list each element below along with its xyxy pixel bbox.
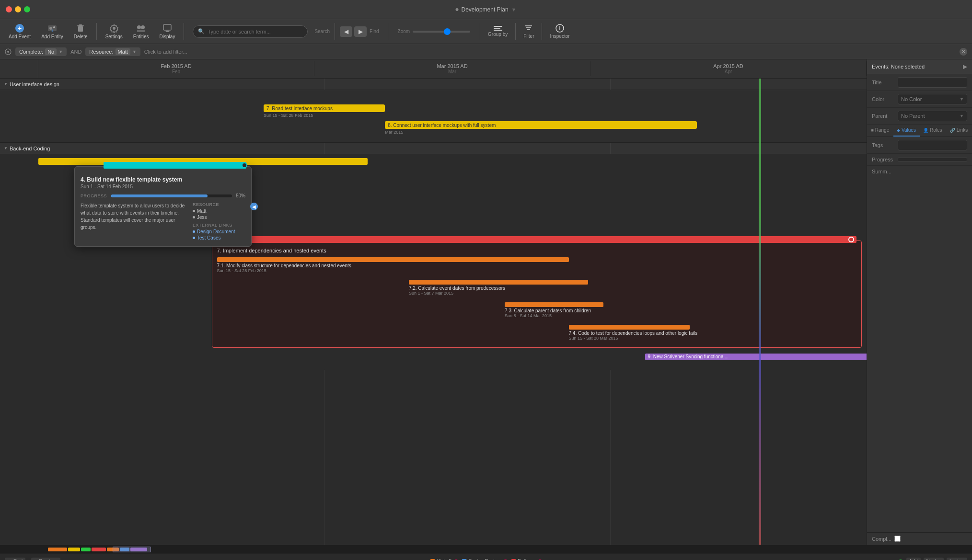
zoom-thumb[interactable] <box>444 28 451 35</box>
search-bar[interactable]: 🔍 <box>193 25 308 38</box>
minimize-button[interactable] <box>15 6 21 12</box>
add-entity-button[interactable]: + Add Entity <box>37 22 67 41</box>
zoom-slider[interactable] <box>413 31 470 33</box>
link-design-doc[interactable]: Design Document <box>193 229 245 234</box>
tab-values[interactable]: ◆ Values <box>893 125 920 137</box>
inspector-parent-label: Parent <box>872 113 895 119</box>
event-4-date: Sun 1 - Sat 14 Feb 2015 <box>81 184 245 189</box>
nav-add-button[interactable]: Add <box>906 558 921 560</box>
sub-event-7-3: 7.3. Calculate parent dates from childre… <box>505 302 856 318</box>
sep-6 <box>515 23 516 40</box>
event-8-bar[interactable]: 8. Connect user interface mockups with f… <box>385 121 697 129</box>
tab-roles[interactable]: 👤 Roles <box>920 125 946 137</box>
group-header-ui[interactable]: ▼ User interface design <box>0 79 867 90</box>
inspector-summary-content[interactable] <box>898 169 967 312</box>
inspector-color-value: No Color <box>901 96 922 102</box>
sep-7 <box>542 23 542 40</box>
accent-bar <box>759 79 761 545</box>
group-name-ui: User interface design <box>10 81 59 87</box>
col-feb: Feb 2015 AD Feb <box>38 61 314 76</box>
maximize-button[interactable] <box>24 6 30 12</box>
entities-button[interactable]: Entities <box>129 22 153 41</box>
complete-filter-chip[interactable]: Complete: No ▼ <box>15 47 67 56</box>
resource-section-label: RESOURCE <box>193 202 245 207</box>
inspector-title-label: Title <box>872 80 895 85</box>
delete-button[interactable]: Delete <box>70 22 92 41</box>
search-icon: 🔍 <box>198 28 205 34</box>
event-4-end-circle <box>242 162 247 168</box>
inspector-color-dropdown[interactable]: No Color ▼ <box>898 94 967 104</box>
inspector-complete-label: Compl... <box>872 536 891 542</box>
event-4-progress-row: PROGRESS 80% <box>81 193 245 198</box>
sub-event-7-2-bar[interactable] <box>409 280 588 285</box>
resource-jess: Jess <box>193 215 245 220</box>
inspector-expand-button[interactable]: ▶ <box>963 63 967 70</box>
nav-next-button[interactable]: Next ▶ <box>924 558 944 560</box>
link-test-cases[interactable]: Test Cases <box>193 235 245 240</box>
add-filter-placeholder[interactable]: Click to add filter... <box>144 49 956 55</box>
inspector-parent-dropdown[interactable]: No Parent ▼ <box>898 111 967 121</box>
tab-range[interactable]: ■ Range <box>867 125 893 137</box>
add-event-button[interactable]: + Add Event <box>5 22 35 41</box>
backend-events: ◀ 4. Build new flexible template system … <box>0 154 867 370</box>
event-4-popup-content: 4. Build new flexible template system Su… <box>81 176 245 240</box>
search-label: Search <box>314 29 330 34</box>
sub-event-7-4: 7.4. Code to test for dependencies loops… <box>569 325 856 341</box>
complete-filter-label: Complete: <box>19 49 43 55</box>
search-input[interactable] <box>208 29 294 34</box>
inspector-title: Events: None selected <box>872 64 925 69</box>
ui-design-events: 7. Road test interface mockups Sun 15 - … <box>0 90 867 143</box>
sep-3 <box>335 23 335 40</box>
find-next-button[interactable]: ▶ <box>354 26 367 37</box>
trash-icon <box>76 23 85 33</box>
filter-button[interactable]: Filter <box>521 22 537 41</box>
sub-event-7-3-date: Sun 8 - Sat 14 Mar 2015 <box>505 313 856 318</box>
filter-clear-button[interactable]: ✕ <box>960 48 967 56</box>
event-9-bar[interactable]: 9. New Scrivener Syncing functional... <box>645 354 867 360</box>
sub-event-7-4-bar[interactable] <box>569 325 690 330</box>
svg-point-23 <box>7 51 9 53</box>
settings-button[interactable]: Settings <box>102 22 127 41</box>
progress-pct: 80% <box>236 193 245 198</box>
svg-point-11 <box>141 25 145 29</box>
display-icon <box>162 23 172 33</box>
group-arrow-ui: ▼ <box>4 82 8 86</box>
display-button[interactable]: Display <box>156 22 179 41</box>
inspector-progress-bar[interactable] <box>898 158 967 161</box>
add-event-icon: + <box>15 23 24 33</box>
minimap-selection[interactable] <box>113 547 151 552</box>
inspector-button[interactable]: i Inspector <box>547 22 572 41</box>
event-4-popup-bar[interactable] <box>104 162 246 169</box>
filterbar: Complete: No ▼ AND Resource: Matt ▼ Clic… <box>0 44 972 59</box>
filter-label: Filter <box>523 34 534 39</box>
group-by-button[interactable]: Group by <box>485 24 510 39</box>
zoom-label: Zoom <box>398 29 410 34</box>
svg-text:i: i <box>559 25 561 31</box>
sub-event-7-2: 7.2. Calculate event dates from predeces… <box>409 280 856 296</box>
sub-event-7-1-bar[interactable] <box>217 257 569 262</box>
resource-filter-label: Resource: <box>89 49 113 55</box>
inspector-title-input[interactable] <box>898 77 967 88</box>
event-9-label: 9. New Scrivener Syncing functional... <box>645 354 731 359</box>
inspector-tags-input[interactable] <box>898 140 967 150</box>
inspector-label: Inspector <box>550 34 569 39</box>
sub-event-7-2-title: 7.2. Calculate event dates from predeces… <box>409 286 856 291</box>
inspector-complete-row: Compl... <box>867 532 972 545</box>
sep-5 <box>480 23 480 40</box>
resource-filter-chip[interactable]: Resource: Matt ▼ <box>85 47 140 56</box>
timeline-minimap <box>0 545 972 553</box>
tab-links[interactable]: 🔗 Links <box>946 125 972 137</box>
find-prev-button[interactable]: ◀ <box>340 26 352 37</box>
sub-event-7-3-bar[interactable] <box>505 302 603 307</box>
inspector-complete-checkbox[interactable] <box>894 536 901 542</box>
close-button[interactable] <box>6 6 12 12</box>
event-7-end-marker <box>848 237 854 242</box>
event-7-bar[interactable]: 7. Road test interface mockups <box>264 104 385 112</box>
group-header-backend[interactable]: ▼ Back-end Coding <box>0 143 867 154</box>
svg-text:+: + <box>51 28 54 33</box>
titlebar: Development Plan ▼ <box>0 0 972 19</box>
svg-point-9 <box>113 27 116 30</box>
event-4-nav-arrow[interactable]: ◀ <box>250 203 258 210</box>
zoom-control: Zoom <box>393 29 475 34</box>
nav-last-button[interactable]: Last ⏭ <box>947 558 967 560</box>
